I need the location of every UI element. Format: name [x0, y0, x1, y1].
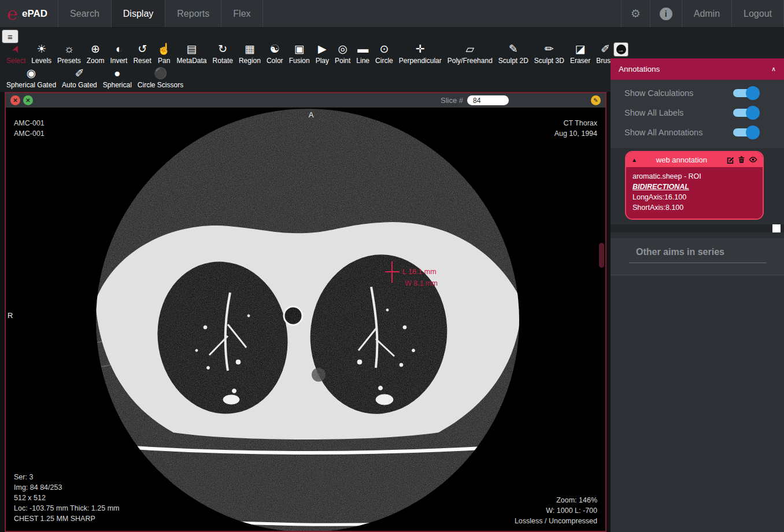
- toggle-list: Show Calculations Show All Labels Show A…: [611, 80, 784, 148]
- overlay-line: Aug 10, 1994: [554, 128, 597, 139]
- trash-icon: [738, 156, 745, 164]
- tool-label: Zoom: [87, 57, 105, 65]
- tool-button[interactable]: ✎ Sculpt 2D: [495, 42, 531, 65]
- tool-button[interactable]: ▬ Line: [353, 42, 372, 65]
- toolbar-row-2: ◉ Spherical Gated ✐ Auto Gated ● Spheric…: [3, 66, 186, 89]
- tool-button[interactable]: ◪ Eraser: [567, 42, 593, 65]
- tool-button[interactable]: ☝ Pan: [154, 42, 174, 65]
- tool-button[interactable]: ▤ MetaData: [174, 42, 210, 65]
- nav-item[interactable]: Reports: [165, 0, 221, 27]
- tool-button[interactable]: ▣ Fusion: [286, 42, 313, 65]
- tile-viewport-button[interactable]: ✕: [23, 95, 33, 105]
- overlay-line: Lossless / Uncompressed: [515, 516, 597, 526]
- tool-label: Circle: [375, 57, 393, 65]
- annotate-button[interactable]: ✎: [591, 95, 601, 105]
- tool-button[interactable]: ☯ Color: [264, 42, 286, 65]
- tool-icon: ⚫: [154, 66, 168, 80]
- brand[interactable]: ℮ ePAD: [0, 0, 58, 27]
- tool-button[interactable]: ✛ Perpendicular: [396, 42, 445, 65]
- tool-button[interactable]: ◉ Spherical Gated: [3, 66, 59, 89]
- tool-label: Rotate: [213, 57, 233, 65]
- tool-button[interactable]: ⊙ Circle: [372, 42, 396, 65]
- overlay-line: Img: 84 84/253: [14, 482, 119, 493]
- toggle-label: Show All Annotations: [624, 128, 733, 137]
- tool-icon: ☝: [157, 42, 171, 56]
- chevron-up-icon: ∧: [771, 65, 776, 73]
- slice-control: Slice #: [441, 95, 509, 105]
- tool-button[interactable]: ◎ Point: [332, 42, 353, 65]
- tool-button[interactable]: ↻ Rotate: [210, 42, 236, 65]
- tool-button[interactable]: ◐ Invert: [107, 42, 130, 65]
- nav-item[interactable]: Flex: [221, 0, 262, 27]
- delete-annotation-button[interactable]: [738, 156, 745, 164]
- tool-label: Color: [267, 57, 283, 65]
- eye-icon: [749, 156, 757, 164]
- tool-button[interactable]: ↺ Reset: [130, 42, 154, 65]
- annotations-title: Annotations: [619, 65, 660, 73]
- tool-button[interactable]: ✏ Sculpt 3D: [531, 42, 567, 65]
- info-button[interactable]: i: [650, 0, 682, 27]
- toggle-switch[interactable]: [733, 109, 756, 117]
- annotations-header[interactable]: Annotations ∧: [611, 58, 784, 80]
- tool-label: Select: [6, 57, 25, 65]
- admin-button[interactable]: Admin: [682, 0, 732, 27]
- show-annotation-button[interactable]: [749, 156, 757, 164]
- tool-label: Invert: [110, 57, 127, 65]
- close-icon: ✕: [13, 97, 17, 104]
- tool-icon: ▣: [294, 42, 305, 56]
- tool-button[interactable]: ☼ Presets: [54, 42, 84, 65]
- toggle-switch[interactable]: [733, 89, 756, 97]
- measurement-crosshair[interactable]: [385, 271, 400, 272]
- ct-image-canvas[interactable]: AMC-001AMC-001 CT ThoraxAug 10, 1994 Ser…: [6, 108, 605, 531]
- tool-icon: ◉: [27, 66, 36, 80]
- ct-scan-image: [6, 108, 605, 531]
- epad-app: ℮ ePAD Search Display Reports Flex: [0, 0, 784, 532]
- tool-label: Perpendicular: [399, 57, 442, 65]
- annotation-list-scrollbar: [611, 224, 784, 232]
- tile-icon: ✕: [25, 97, 30, 104]
- annotation-card-header[interactable]: ▲ web annotation: [626, 152, 763, 167]
- slice-scrollbar-thumb[interactable]: [599, 243, 604, 268]
- toggle-switch[interactable]: [733, 128, 756, 136]
- tool-button[interactable]: ⊕ Zoom: [84, 42, 108, 65]
- nav-items: Search Display Reports Flex: [58, 0, 262, 27]
- tool-icon: ↻: [218, 42, 227, 56]
- tool-label: Eraser: [570, 57, 590, 65]
- tool-button[interactable]: ▦ Region: [236, 42, 264, 65]
- hamburger-button[interactable]: ≡: [2, 30, 18, 43]
- tool-button[interactable]: ⚫ Circle Scissors: [135, 66, 186, 89]
- slice-label: Slice #: [441, 96, 463, 105]
- hamburger-icon: ≡: [8, 32, 13, 42]
- toggle-row: Show All Annotations: [611, 123, 784, 142]
- edit-annotation-button[interactable]: [726, 156, 734, 164]
- scrollbar-thumb[interactable]: [772, 224, 781, 232]
- annotation-long-axis: LongAxis:16.100: [633, 192, 756, 202]
- tool-icon: ⊙: [379, 42, 389, 56]
- panel-collapse-button[interactable]: →: [614, 43, 628, 56]
- annotation-card[interactable]: ▲ web annotation: [625, 151, 764, 220]
- other-aims-section: Other aims in series: [611, 238, 784, 275]
- patient-info-overlay: AMC-001AMC-001: [14, 118, 45, 139]
- arrow-right-icon: →: [618, 46, 624, 53]
- overlay-line: CT Thorax: [554, 118, 597, 128]
- logout-button[interactable]: Logout: [732, 0, 784, 27]
- tool-button[interactable]: ▶ Play: [313, 42, 332, 65]
- toolbar-row-1: ➤ Select ☀ Levels ☼ Presets ⊕ Zoom: [3, 42, 642, 65]
- tool-label: Spherical Gated: [6, 81, 56, 89]
- tool-button[interactable]: ☀ Levels: [28, 42, 54, 65]
- settings-button[interactable]: ⚙: [621, 0, 650, 27]
- slice-number-input[interactable]: [467, 95, 509, 105]
- annotation-short-axis: ShortAxis:8.100: [633, 202, 756, 213]
- close-viewport-button[interactable]: ✕: [10, 95, 20, 105]
- nav-item[interactable]: Display: [112, 0, 165, 27]
- nav-item[interactable]: Search: [58, 0, 112, 27]
- tool-button[interactable]: ▱ Poly/Freehand: [445, 42, 495, 65]
- tool-button[interactable]: ➤ Select: [3, 42, 28, 65]
- brand-name: ePAD: [22, 8, 47, 20]
- tool-label: Pan: [158, 57, 170, 65]
- tool-label: Point: [335, 57, 350, 65]
- tool-button[interactable]: ● Spherical: [100, 66, 135, 89]
- tool-icon: ✛: [416, 42, 425, 56]
- tool-button[interactable]: ✐ Auto Gated: [59, 66, 100, 89]
- tool-icon: ▶: [318, 42, 327, 56]
